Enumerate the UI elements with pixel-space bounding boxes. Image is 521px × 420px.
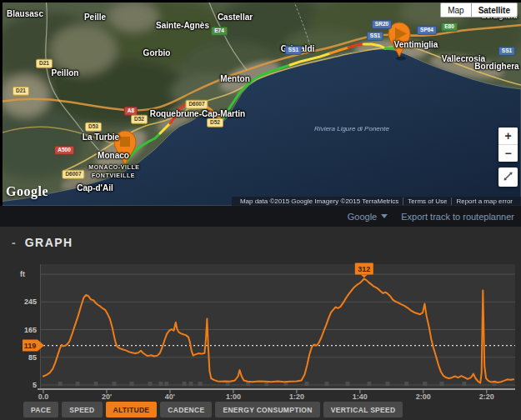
report-map-error-link[interactable]: Report a map error <box>451 198 517 205</box>
x-axis-tick-label: 1:00 <box>226 392 241 401</box>
expand-icon <box>502 170 514 182</box>
export-track-link[interactable]: Export track to routeplanner <box>401 212 514 222</box>
map-type-control: Map Satellite <box>440 2 518 18</box>
lap-marker <box>385 382 389 386</box>
lap-marker <box>226 382 230 386</box>
y-axis-tick-label: 245 <box>24 298 37 306</box>
map-attribution-bar: Map data ©2015 Google Imagery ©2015 Terr… <box>232 197 521 206</box>
lap-marker <box>113 382 117 386</box>
x-axis-tick-label: 1:40 <box>353 392 368 401</box>
lap-marker <box>58 382 63 386</box>
zoom-control: + − <box>498 128 518 162</box>
tab-cadence[interactable]: CADENCE <box>160 402 212 418</box>
lap-marker <box>462 382 466 386</box>
chevron-down-icon <box>381 214 388 218</box>
lap-marker <box>324 382 328 386</box>
lap-marker <box>76 382 80 386</box>
lap-marker <box>183 382 187 386</box>
y-axis-tick-label: 5 <box>33 381 37 389</box>
map-canvas <box>3 2 521 206</box>
map-provider-label: Google <box>348 212 377 222</box>
google-logo: Google <box>6 184 48 199</box>
export-bar: Google Export track to routeplanner <box>0 206 521 227</box>
map-provider-select[interactable]: Google <box>348 212 388 222</box>
tab-pace[interactable]: PACE <box>23 402 58 418</box>
lap-marker <box>94 382 98 386</box>
map-type-map-button[interactable]: Map <box>440 2 470 18</box>
graph-panel: - GRAPH 585165245ft0.020'40'1:001:201:40… <box>0 227 521 420</box>
map-attribution-text: Map data ©2015 Google Imagery ©2015 Terr… <box>236 198 403 205</box>
lap-marker <box>148 382 153 386</box>
y-axis-tick-label: 165 <box>24 326 37 334</box>
lap-marker <box>367 382 371 386</box>
lap-marker <box>404 382 408 386</box>
lap-marker <box>439 382 443 386</box>
lap-marker <box>305 382 309 386</box>
lap-marker <box>346 382 350 386</box>
fullscreen-button[interactable] <box>498 168 518 187</box>
zoom-out-button[interactable]: − <box>498 145 518 162</box>
stop-icon <box>120 137 130 147</box>
tab-speed[interactable]: SPEED <box>62 402 102 418</box>
terms-of-use-link[interactable]: Terms of Use <box>403 198 451 205</box>
average-value-label: 119 <box>24 342 37 350</box>
x-axis-tick-label: 1:20 <box>289 392 304 401</box>
lap-marker <box>129 382 133 386</box>
x-axis-tick-label: 2:20 <box>479 392 494 401</box>
lap-marker <box>189 382 193 386</box>
zoom-in-button[interactable]: + <box>498 128 518 144</box>
lap-marker <box>158 382 163 386</box>
map-type-satellite-button[interactable]: Satellite <box>471 2 518 18</box>
graph-tab-bar: PACESPEEDALTITUDECADENCEENERGY CONSUMPTI… <box>23 402 403 418</box>
tab-vertical-speed[interactable]: VERTICAL SPEED <box>323 402 403 418</box>
tab-altitude[interactable]: ALTITUDE <box>106 402 158 418</box>
lap-marker <box>423 382 427 386</box>
x-axis-tick-label: 2:00 <box>416 392 431 401</box>
y-axis-tick-label: 85 <box>28 353 37 362</box>
x-axis-tick-label: 20' <box>102 392 112 401</box>
lap-marker <box>198 382 203 386</box>
tab-energy-consumption[interactable]: ENERGY CONSUMPTION <box>215 402 319 418</box>
map-view[interactable]: BlausascPeilleSainte-AgnèsCastellarGorbi… <box>0 0 521 206</box>
y-axis-tick-label: ft <box>20 270 25 278</box>
x-axis-tick-label: 40' <box>165 392 175 401</box>
lap-marker <box>164 382 168 386</box>
max-value-label: 312 <box>358 265 370 273</box>
altitude-chart[interactable]: 585165245ft0.020'40'1:001:201:402:002:20… <box>0 227 521 420</box>
x-axis-tick-label: 0.0 <box>38 392 49 401</box>
